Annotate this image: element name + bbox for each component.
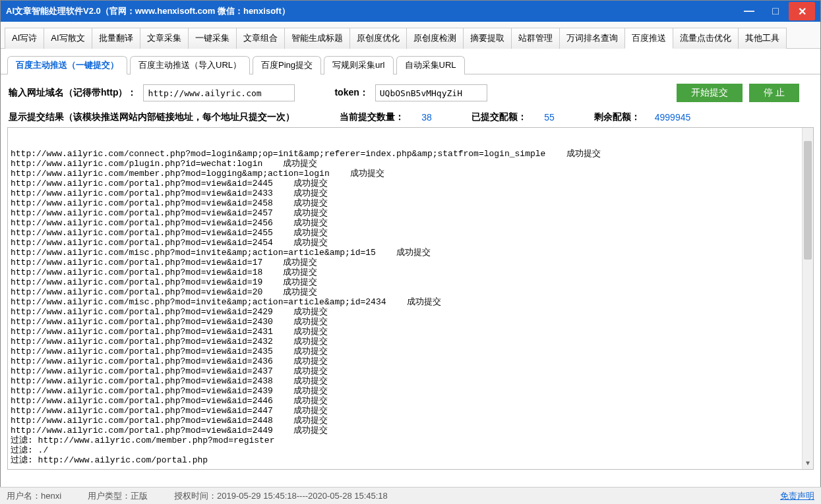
main-tab-5[interactable]: 文章组合 bbox=[236, 28, 285, 49]
title-bar: AI文章智能处理软件V2.0（官网：www.henxisoft.com 微信：h… bbox=[1, 1, 820, 22]
log-output[interactable]: http://www.ailyric.com/connect.php?mod=l… bbox=[7, 127, 814, 470]
log-line: http://www.ailyric.com/misc.php?mod=invi… bbox=[11, 297, 810, 307]
token-input[interactable] bbox=[375, 84, 487, 101]
disclaimer-link[interactable]: 免责声明 bbox=[780, 490, 814, 502]
main-tab-6[interactable]: 智能生成标题 bbox=[284, 28, 350, 49]
done-quota-label: 已提交配额： bbox=[471, 111, 527, 123]
window-controls: — □ ✕ bbox=[736, 2, 815, 20]
auth-time: 2019-05-29 15:45:18----2020-05-28 15:45:… bbox=[217, 491, 388, 501]
log-line: http://www.ailyric.com/portal.php?mod=vi… bbox=[11, 267, 810, 277]
log-line: http://www.ailyric.com/portal.php?mod=vi… bbox=[11, 366, 810, 376]
log-line: http://www.ailyric.com/portal.php?mod=vi… bbox=[11, 386, 810, 396]
log-line: 过滤: ./ bbox=[11, 445, 810, 455]
auth-label: 授权时间： bbox=[174, 490, 217, 502]
log-line: http://www.ailyric.com/portal.php?mod=vi… bbox=[11, 228, 810, 238]
status-bar: 用户名： henxi 用户类型： 正版 授权时间： 2019-05-29 15:… bbox=[0, 487, 821, 504]
log-line: http://www.ailyric.com/portal.php?mod=vi… bbox=[11, 238, 810, 248]
scroll-thumb[interactable] bbox=[804, 141, 812, 260]
main-tab-11[interactable]: 万词排名查询 bbox=[559, 28, 625, 49]
main-tab-14[interactable]: 其他工具 bbox=[738, 28, 787, 49]
main-tab-0[interactable]: AI写诗 bbox=[5, 28, 44, 49]
sub-tabs: 百度主动推送（一键提交）百度主动推送（导入URL）百度Ping提交写规则采集ur… bbox=[1, 49, 820, 74]
log-line: 过滤: http://www.ailyric.com/portal.php bbox=[11, 455, 810, 465]
stop-button[interactable]: 停 止 bbox=[749, 84, 799, 102]
log-line: http://www.ailyric.com/portal.php?mod=vi… bbox=[11, 307, 810, 317]
scrollbar[interactable]: ▲ ▼ bbox=[802, 128, 813, 469]
log-line: http://www.ailyric.com/portal.php?mod=vi… bbox=[11, 356, 810, 366]
main-tab-12[interactable]: 百度推送 bbox=[624, 28, 673, 49]
close-button[interactable]: ✕ bbox=[789, 2, 815, 20]
log-line: http://www.ailyric.com/portal.php?mod=vi… bbox=[11, 277, 810, 287]
log-line: http://www.ailyric.com/portal.php?mod=vi… bbox=[11, 406, 810, 416]
current-count-label: 当前提交数量： bbox=[340, 111, 404, 123]
maximize-button[interactable]: □ bbox=[762, 2, 789, 20]
main-tab-1[interactable]: AI写散文 bbox=[44, 28, 92, 49]
user-name: henxi bbox=[41, 491, 61, 501]
log-line: http://www.ailyric.com/misc.php?mod=invi… bbox=[11, 248, 810, 258]
log-line: http://www.ailyric.com/plugin.php?id=wec… bbox=[11, 159, 810, 169]
domain-input[interactable] bbox=[143, 84, 295, 101]
scroll-down-icon[interactable]: ▼ bbox=[803, 458, 813, 469]
sub-tab-1[interactable]: 百度主动推送（导入URL） bbox=[130, 56, 250, 74]
done-quota: 55 bbox=[530, 112, 569, 123]
log-line: http://www.ailyric.com/portal.php?mod=vi… bbox=[11, 426, 810, 435]
app-title: AI文章智能处理软件V2.0（官网：www.henxisoft.com 微信：h… bbox=[6, 5, 290, 17]
log-line: http://www.ailyric.com/portal.php?mod=vi… bbox=[11, 208, 810, 218]
log-line: http://www.ailyric.com/portal.php?mod=vi… bbox=[11, 287, 810, 297]
log-line: http://www.ailyric.com/member.php?mod=lo… bbox=[11, 169, 810, 179]
main-tab-2[interactable]: 批量翻译 bbox=[92, 28, 140, 49]
log-line: http://www.ailyric.com/portal.php?mod=vi… bbox=[11, 416, 810, 426]
log-line: http://www.ailyric.com/portal.php?mod=vi… bbox=[11, 218, 810, 228]
log-line: http://www.ailyric.com/portal.php?mod=vi… bbox=[11, 198, 810, 208]
minimize-button[interactable]: — bbox=[736, 2, 762, 20]
main-tab-10[interactable]: 站群管理 bbox=[511, 28, 560, 49]
main-tab-3[interactable]: 文章采集 bbox=[140, 28, 189, 49]
remain-quota: 4999945 bbox=[643, 112, 702, 123]
stats-row: 显示提交结果（该模块推送网站内部链接地址，每个地址只提交一次） 当前提交数量： … bbox=[1, 111, 820, 127]
main-tab-13[interactable]: 流量点击优化 bbox=[673, 28, 739, 49]
start-button[interactable]: 开始提交 bbox=[677, 84, 743, 102]
user-type-label: 用户类型： bbox=[88, 490, 131, 502]
log-line: 过滤: http://www.ailyric.com/member.php?mo… bbox=[11, 435, 810, 445]
main-tab-8[interactable]: 原创度检测 bbox=[406, 28, 464, 49]
sub-tab-0[interactable]: 百度主动推送（一键提交） bbox=[7, 56, 127, 74]
log-line: http://www.ailyric.com/portal.php?mod=vi… bbox=[11, 258, 810, 267]
remain-quota-label: 剩余配额： bbox=[594, 111, 640, 123]
sub-tab-4[interactable]: 自动采集URL bbox=[396, 56, 465, 74]
main-tab-4[interactable]: 一键采集 bbox=[188, 28, 237, 49]
log-line: http://www.ailyric.com/portal.php?mod=vi… bbox=[11, 188, 810, 198]
log-line: http://www.ailyric.com/portal.php?mod=vi… bbox=[11, 179, 810, 188]
main-tab-7[interactable]: 原创度优化 bbox=[350, 28, 407, 49]
sub-tab-3[interactable]: 写规则采集url bbox=[324, 56, 393, 74]
log-line: http://www.ailyric.com/connect.php?mod=l… bbox=[11, 149, 810, 159]
log-line: http://www.ailyric.com/portal.php?mod=vi… bbox=[11, 337, 810, 347]
log-line: http://www.ailyric.com/portal.php?mod=vi… bbox=[11, 376, 810, 386]
main-tabs: AI写诗AI写散文批量翻译文章采集一键采集文章组合智能生成标题原创度优化原创度检… bbox=[1, 22, 820, 49]
current-count: 38 bbox=[407, 112, 446, 123]
main-tab-9[interactable]: 摘要提取 bbox=[463, 28, 512, 49]
log-line: http://www.ailyric.com/portal.php?mod=vi… bbox=[11, 317, 810, 327]
log-line: http://www.ailyric.com/portal.php?mod=vi… bbox=[11, 396, 810, 406]
user-label: 用户名： bbox=[7, 490, 41, 502]
log-line: http://www.ailyric.com/portal.php?mod=vi… bbox=[11, 347, 810, 356]
user-type: 正版 bbox=[131, 490, 148, 502]
result-label: 显示提交结果（该模块推送网站内部链接地址，每个地址只提交一次） bbox=[9, 111, 295, 123]
log-line: http://www.ailyric.com/portal.php?mod=vi… bbox=[11, 327, 810, 337]
sub-tab-2[interactable]: 百度Ping提交 bbox=[253, 56, 321, 74]
domain-label: 输入网址域名（记得带http）： bbox=[9, 87, 137, 99]
token-label: token： bbox=[334, 87, 368, 99]
input-row: 输入网址域名（记得带http）： token： 开始提交 停 止 bbox=[1, 74, 820, 111]
